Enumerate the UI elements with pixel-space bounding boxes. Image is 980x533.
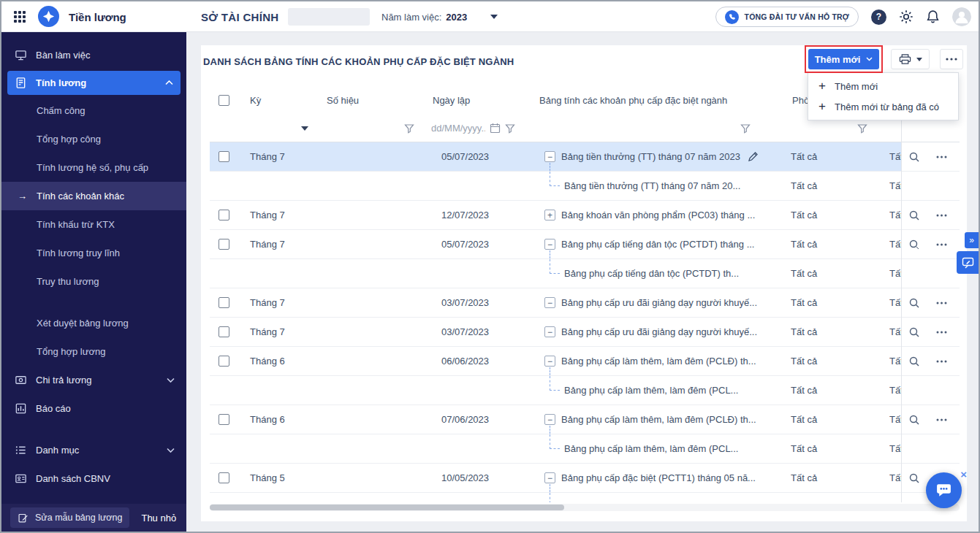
support-hotline-button[interactable]: TỔNG ĐÀI TƯ VẤN HỖ TRỢ [715,7,859,27]
edit-template-icon [18,513,29,524]
sidebar-item-danh-muc[interactable]: Danh mục [1,436,186,464]
sidebar-item-tinh-luong-he-so[interactable]: Tính lương hệ số, phụ cấp [1,153,186,182]
collapse-row-icon[interactable] [544,297,555,308]
table-row-child[interactable]: Bảng tiền thưởng (TT) tháng 07 năm 20...… [210,172,960,201]
table-row-child[interactable]: Bảng phụ cấp làm thêm, làm đêm (PCL... T… [210,376,960,405]
horizontal-scrollbar[interactable] [210,504,960,511]
collapse-row-icon[interactable] [544,151,555,162]
expand-row-icon[interactable] [544,210,555,221]
money-icon [15,374,27,386]
more-actions-icon[interactable] [936,243,947,246]
filter-icon[interactable] [404,123,414,134]
filter-icon[interactable] [505,123,515,134]
table-row[interactable]: Tháng 7 03/07/2023 Bảng phụ cấp ưu đãi g… [210,288,960,318]
table-row[interactable]: Tháng 5 10/05/2023 Bảng phụ cấp đặc biệt… [210,464,960,493]
preview-search-icon[interactable] [908,356,920,367]
table-row[interactable]: Tháng 7 03/07/2023 Bảng phụ cấp ưu đãi g… [210,318,960,347]
more-actions-icon[interactable] [936,214,947,217]
collapse-row-icon[interactable] [544,472,555,483]
sidebar-item-chi-tra-luong[interactable]: Chi trả lương [1,366,186,394]
scrollbar-thumb[interactable] [210,505,564,510]
table-row-child[interactable]: Bảng phụ cấp tiếng dân tộc (PCTDT) th...… [210,259,960,288]
table-row[interactable]: Tháng 7 12/07/2023 Bảng khoán văn phòng … [210,201,960,230]
row-checkbox[interactable] [219,326,229,337]
expand-panel-tab[interactable] [965,232,979,248]
phone-icon [725,10,739,24]
row-checkbox[interactable] [219,472,229,483]
sidebar-item-ban-lam-viec[interactable]: Bàn làm việc [1,41,186,69]
more-actions-icon[interactable] [936,302,947,304]
preview-search-icon[interactable] [908,297,920,309]
cell-period: Tháng 7 [239,142,316,171]
data-table: Kỳ Số hiệu Ngày lập Bảng tính các khoản … [210,85,960,502]
menu-item-them-moi-tu-bang-da-co[interactable]: Thêm mới từ bảng đã có [808,96,958,117]
sidebar-item-bao-cao[interactable]: Báo cáo [1,394,186,423]
sidebar-bottom-bar: Sửa mẫu bảng lương Thu nhỏ [1,504,186,532]
sidebar-item-truy-thu-luong[interactable]: Truy thu lương [1,267,186,296]
select-all-checkbox[interactable] [219,95,229,106]
row-checkbox[interactable] [219,151,229,162]
filter-icon[interactable] [857,123,867,134]
sidebar-item-tinh-luong[interactable]: Tính lương [7,71,181,95]
table-row[interactable]: Tháng 7 05/07/2023 Bảng tiền thưởng (TT)… [210,142,960,172]
sidebar-item-tinh-cac-khoan-khac[interactable]: Tính các khoản khác [1,182,186,210]
sidebar-item-danh-sach-cbnv[interactable]: Danh sách CBNV [1,464,186,493]
row-checkbox[interactable] [219,297,229,308]
feedback-button[interactable] [957,251,979,274]
help-icon[interactable] [871,9,886,25]
collapse-row-icon[interactable] [544,326,555,337]
notifications-bell-icon[interactable] [926,9,940,24]
sidebar-item-tong-hop-luong[interactable]: Tổng hợp lương [1,337,186,366]
sidebar-item-tong-hop-cong[interactable]: Tổng hợp công [1,125,186,153]
row-checkbox[interactable] [219,210,229,221]
print-button[interactable] [891,49,930,69]
chat-support-button[interactable] [926,472,962,508]
year-value[interactable]: 2023 [446,12,467,23]
app-logo-icon[interactable] [38,6,59,27]
sidebar-item-sua-mau-bang-luong[interactable]: Sửa mẫu bảng lương [10,507,129,528]
preview-search-icon[interactable] [908,472,920,484]
chevron-down-icon[interactable] [490,15,498,19]
table-row[interactable]: Tháng 7 05/07/2023 Bảng phụ cấp tiếng dâ… [210,230,960,259]
preview-search-icon[interactable] [908,210,920,221]
app-grid-icon[interactable] [14,11,26,23]
table-row[interactable]: Tháng 6 06/06/2023 Bảng phụ cấp làm thêm… [210,347,960,376]
period-filter-dropdown-icon[interactable] [301,126,308,131]
edit-icon[interactable] [748,152,758,162]
calendar-icon[interactable] [490,123,501,134]
collapse-row-icon[interactable] [544,239,555,250]
sidebar-item-cham-cong[interactable]: Chấm công [1,96,186,125]
more-actions-icon[interactable] [936,331,947,334]
preview-search-icon[interactable] [908,151,920,163]
more-actions-icon[interactable] [936,360,947,363]
table-row[interactable]: Tháng 6 07/06/2023 Bảng phụ cấp làm thêm… [210,405,960,434]
menu-item-them-moi[interactable]: Thêm mới [808,76,958,96]
payroll-icon [15,77,27,89]
user-avatar[interactable] [952,7,971,26]
more-actions-icon[interactable] [936,418,947,421]
tree-line [550,367,550,375]
table-row-child[interactable]: Bảng phụ cấp làm thêm, làm đêm (PCL... T… [210,434,960,464]
collapse-sidebar-button[interactable]: Thu nhỏ [141,513,176,524]
date-filter-input[interactable] [431,123,485,134]
sidebar-item-tinh-luong-truy-linh[interactable]: Tính lương truy lĩnh [1,239,186,267]
more-options-button[interactable] [940,49,963,69]
collapse-row-icon[interactable] [544,414,555,425]
settings-gear-icon[interactable] [899,9,913,24]
table-row-child[interactable]: Bảng phụ cấp đặc biệt (PCTT1) tháng ... … [210,493,960,502]
row-checkbox[interactable] [219,414,229,425]
preview-search-icon[interactable] [908,414,920,426]
sidebar-item-tinh-khau-tru-ktx[interactable]: Tính khấu trừ KTX [1,210,186,239]
preview-search-icon[interactable] [908,239,920,250]
preview-search-icon[interactable] [908,326,920,338]
close-icon[interactable] [960,468,967,480]
sidebar-item-xet-duyet-bang-luong[interactable]: Xét duyệt bảng lương [1,309,186,337]
row-checkbox[interactable] [219,356,229,367]
chevron-down-icon [167,377,175,383]
filter-icon[interactable] [740,123,751,134]
more-actions-icon[interactable] [936,156,947,158]
them-moi-button[interactable]: Thêm mới [808,49,879,69]
sidebar: Bàn làm việc Tính lương Chấm công Tổng h… [1,32,186,532]
collapse-row-icon[interactable] [544,356,555,367]
row-checkbox[interactable] [219,239,229,250]
